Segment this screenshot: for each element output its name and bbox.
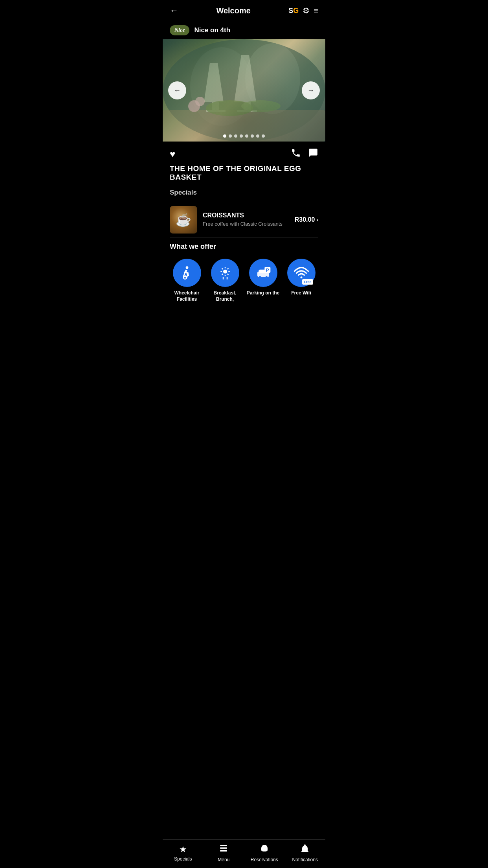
breakfast-symbol [217,265,233,281]
special-item-name: CROISSANTS [203,212,289,219]
initial-s: S [288,7,293,15]
settings-icon[interactable]: ⚙ [303,6,310,15]
carousel-next-button[interactable]: → [302,81,320,99]
special-item-image [170,206,197,234]
free-badge: Free [302,279,313,285]
parking-symbol: P [255,265,271,281]
initial-g: G [293,7,299,15]
header-right: SG ⚙ ≡ [288,6,318,15]
svg-point-13 [195,97,205,106]
special-item-description: Free coffee with Classic Croissants [203,221,289,228]
special-item-info: CROISSANTS Free coffee with Classic Croi… [203,212,289,228]
phone-button[interactable] [291,148,301,160]
favorite-button[interactable]: ♥ [170,149,175,160]
restaurant-tagline: THE HOME OF THE ORIGINAL EGG BASKET [170,164,318,182]
svg-line-24 [222,274,223,275]
hero-image [163,39,325,142]
svg-point-33 [300,276,302,278]
user-initials[interactable]: SG [288,7,299,15]
carousel-dot-5[interactable] [245,134,248,138]
app-header: ← Welcome SG ⚙ ≡ [163,0,325,21]
carousel-dot-8[interactable] [262,134,265,138]
carousel-dot-1[interactable] [223,134,226,138]
svg-point-14 [185,266,188,269]
restaurant-bar: Nice Nice on 4th [163,21,325,39]
chevron-right-icon: › [316,217,318,223]
svg-point-16 [223,270,227,274]
offer-wheelchair-icon [173,259,201,287]
carousel-dot-6[interactable] [251,134,254,138]
restaurant-name: Nice on 4th [194,26,230,34]
carousel-indicators [223,134,265,138]
chat-button[interactable] [308,148,318,160]
hamburger-menu-icon[interactable]: ≡ [314,6,318,15]
offer-parking-label: Parking on the [247,290,279,296]
hero-carousel: ← → [163,39,325,142]
header-left: ← [170,6,178,16]
specials-section-title: Specials [170,189,318,197]
svg-point-29 [259,276,261,278]
special-item-price[interactable]: R30.00 › [295,216,318,223]
offer-wheelchair[interactable]: Wheelchair Facilities [170,259,204,302]
wheelchair-symbol [179,265,195,281]
svg-point-11 [241,100,281,112]
offer-parking[interactable]: P Parking on the [246,259,280,302]
offer-wifi-label: Free Wifi [291,290,311,296]
offer-breakfast-label: Breakfast, Brunch, [208,290,242,302]
svg-point-15 [183,276,186,279]
svg-line-22 [227,274,228,275]
carousel-dot-7[interactable] [256,134,259,138]
action-left: ♥ [170,149,175,160]
restaurant-logo: Nice [170,25,189,35]
special-item[interactable]: CROISSANTS Free coffee with Classic Croi… [170,202,318,238]
offer-wifi-icon: Free [287,259,316,287]
svg-point-30 [265,276,267,278]
page-title: Welcome [178,6,288,15]
svg-text:P: P [266,267,269,272]
main-content: ♥ THE HOME OF THE ORIGINAL EGG BASKET Sp… [163,142,325,338]
carousel-dot-2[interactable] [229,134,232,138]
svg-line-23 [227,268,228,269]
offer-breakfast-icon [211,259,239,287]
wifi-symbol [294,265,309,281]
carousel-dot-4[interactable] [240,134,243,138]
offer-parking-icon: P [249,259,277,287]
carousel-dot-3[interactable] [234,134,237,138]
price-value: R30.00 [295,216,315,223]
offers-section-title: What we offer [170,243,318,251]
offers-grid: Wheelchair Facilities [170,259,318,302]
carousel-prev-button[interactable]: ← [168,81,186,99]
offer-breakfast[interactable]: Breakfast, Brunch, [208,259,242,302]
svg-line-21 [222,268,223,269]
offer-wifi[interactable]: Free Free Wifi [284,259,318,302]
action-right [291,148,318,160]
action-row: ♥ [170,142,318,164]
back-button[interactable]: ← [170,6,178,16]
offer-wheelchair-label: Wheelchair Facilities [170,290,204,302]
